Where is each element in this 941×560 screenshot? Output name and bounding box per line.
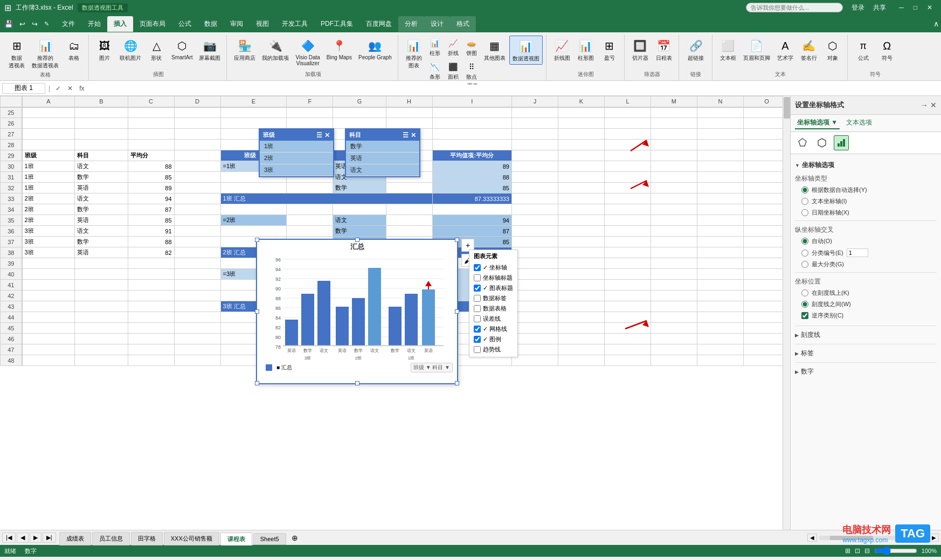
radio-cross-max[interactable] — [801, 261, 808, 268]
slicer-subject[interactable]: 科目 ☰ ✕ 数学 英语 语文 — [345, 128, 420, 177]
tab-baidu[interactable]: 百度网盘 — [359, 16, 398, 32]
sparkline-line-btn[interactable]: 📈 折线图 — [551, 36, 573, 64]
tab-format[interactable]: 格式 — [450, 16, 476, 32]
fill-icon-btn[interactable] — [795, 135, 810, 150]
formula-check-btn[interactable]: ✓ — [53, 85, 63, 92]
timeline-btn[interactable]: 📅 日程表 — [653, 36, 675, 64]
section-ticks-title[interactable]: 刻度线 — [795, 328, 937, 342]
cross-num-input[interactable] — [847, 248, 868, 257]
legend-checkbox[interactable] — [474, 336, 481, 343]
sheet-nav-prev[interactable]: ◀ — [17, 533, 29, 543]
col-header-b[interactable]: B — [75, 96, 128, 107]
equation-btn[interactable]: π 公式 — [852, 36, 875, 64]
slicer-subject-item-english[interactable]: 英语 — [346, 153, 419, 164]
panel-close-btn[interactable]: ✕ — [930, 101, 937, 109]
col-header-f[interactable]: F — [287, 96, 333, 107]
tab-pdf[interactable]: PDF工具集 — [314, 16, 359, 32]
pivot-table-btn[interactable]: ⊞ 数据透视表 — [5, 36, 28, 71]
smartart-btn[interactable]: ⬡ SmartArt — [169, 36, 195, 62]
h-scroll-right[interactable]: ▶ — [929, 534, 939, 542]
sheet-nav-next[interactable]: ▶ — [30, 533, 41, 543]
name-box[interactable] — [2, 83, 45, 94]
h-scroll-left[interactable]: ◀ — [807, 534, 817, 542]
view-normal-btn[interactable]: ⊞ — [845, 547, 850, 555]
resize-handle-top[interactable] — [355, 238, 359, 242]
resize-handle-bottom[interactable] — [355, 381, 359, 385]
recommended-pivot-btn[interactable]: 📊 推荐的数据透视表 — [29, 36, 61, 71]
slicer-class[interactable]: 班级 ☰ ✕ 1班 2班 3班 — [259, 128, 334, 177]
col-header-c[interactable]: C — [128, 96, 174, 107]
col-header-j[interactable]: J — [511, 96, 558, 107]
login-btn[interactable]: 登录 — [852, 3, 864, 12]
pie-chart-btn[interactable]: 🥧 饼图 — [463, 36, 480, 58]
tab-review[interactable]: 审阅 — [224, 16, 250, 32]
tab-sheet5[interactable]: Sheet5 — [253, 533, 286, 545]
resize-handle-tl[interactable] — [255, 238, 259, 242]
trendline-checkbox[interactable] — [474, 346, 481, 353]
col-header-m[interactable]: M — [651, 96, 697, 107]
line-chart-btn[interactable]: 📈 折线 — [445, 36, 462, 58]
checkbox-reverse[interactable] — [801, 312, 808, 319]
header-footer-btn[interactable]: 📄 页眉和页脚 — [741, 36, 773, 64]
shapes-btn[interactable]: △ 形状 — [145, 36, 168, 64]
column-chart-btn[interactable]: 📊 柱形 — [426, 36, 444, 58]
add-sheet-btn[interactable]: ⊕ — [287, 531, 302, 544]
resize-handle-bl[interactable] — [255, 381, 259, 385]
online-picture-btn[interactable]: 🌐 联机图片 — [117, 36, 144, 64]
tab-pagelayout[interactable]: 页面布局 — [133, 16, 172, 32]
h-scrollbar-thumb[interactable] — [830, 536, 873, 540]
formula-cancel-btn[interactable]: ✕ — [65, 85, 75, 92]
resize-handle-br[interactable] — [455, 381, 459, 385]
sparkline-column-btn[interactable]: 📊 柱形图 — [575, 36, 597, 64]
shape-icon-btn[interactable] — [814, 135, 829, 150]
tab-sales[interactable]: XXX公司销售额 — [164, 532, 219, 545]
wordart-btn[interactable]: A 艺术字 — [774, 36, 797, 64]
recommended-charts-btn[interactable]: 📊 推荐的图表 — [403, 36, 425, 71]
tab-home[interactable]: 开始 — [81, 16, 107, 32]
h-scrollbar-track[interactable] — [819, 536, 927, 540]
tab-insert[interactable]: 插入 — [107, 16, 133, 32]
col-header-n[interactable]: N — [697, 96, 743, 107]
col-header-e[interactable]: E — [220, 96, 287, 107]
tab-curriculum[interactable]: 课程表 — [220, 533, 252, 545]
tab-view[interactable]: 视图 — [250, 16, 275, 32]
vertical-scrollbar[interactable] — [783, 96, 790, 530]
tab-file[interactable]: 文件 — [56, 16, 81, 32]
tab-tian[interactable]: 田字格 — [131, 532, 163, 545]
bar-chart-btn[interactable]: 📉 条形 — [426, 59, 444, 82]
tab-formula[interactable]: 公式 — [172, 16, 198, 32]
col-header-d[interactable]: D — [174, 96, 220, 107]
view-page-layout-btn[interactable]: ⊡ — [855, 547, 860, 555]
scatter-chart-btn[interactable]: ⠿ 散点 — [463, 59, 480, 82]
sheet-nav-last[interactable]: ▶| — [43, 533, 56, 543]
slicer-btn[interactable]: 🔲 切片器 — [629, 36, 652, 64]
radio-cross-num[interactable] — [801, 250, 808, 257]
chart-field-list[interactable]: 图表元素 ✓ 坐标轴 坐标轴标题 ✓ 图表标题 数据标签 数据表格 误差线 ✓ … — [469, 250, 518, 357]
slicer-class-item-2[interactable]: 2班 — [260, 153, 333, 164]
radio-text-axis[interactable] — [801, 198, 808, 205]
section-axis-options-title[interactable]: 坐标轴选项 — [795, 158, 937, 172]
section-numbers-title[interactable]: 数字 — [795, 365, 937, 378]
radio-auto[interactable] — [801, 186, 808, 193]
slicer-filter-icon[interactable]: ☰ — [316, 132, 322, 139]
visio-btn[interactable]: 🔷 Visio DataVisualizer — [293, 36, 322, 68]
sheet-nav-first[interactable]: |◀ — [2, 533, 16, 543]
tab-developer[interactable]: 开发工具 — [275, 16, 314, 32]
axes-checkbox[interactable] — [474, 264, 481, 271]
customize-qat-btn[interactable]: ✎ — [42, 19, 51, 29]
col-header-l[interactable]: L — [604, 96, 651, 107]
slicer-subject-clear-icon[interactable]: ✕ — [411, 132, 416, 139]
data-labels-checkbox[interactable] — [474, 295, 481, 302]
panel-arrow-right-btn[interactable]: → — [921, 101, 928, 109]
col-header-k[interactable]: K — [558, 96, 604, 107]
my-addins-btn[interactable]: 🔌 我的加载项 — [259, 36, 292, 64]
slicer-subject-item-chinese[interactable]: 语文 — [346, 164, 419, 176]
slicer-class-item-1[interactable]: 1班 — [260, 141, 333, 153]
sparkline-winloss-btn[interactable]: ⊞ 盈亏 — [598, 36, 621, 64]
col-header-h[interactable]: H — [386, 96, 432, 107]
tab-employees[interactable]: 员工信息 — [92, 532, 130, 545]
chart-container[interactable]: 汇总 96 94 92 90 88 86 84 82 80 78 — [256, 239, 458, 384]
slicer-clear-icon[interactable]: ✕ — [324, 132, 330, 139]
people-graph-btn[interactable]: 👥 People Graph — [356, 36, 395, 62]
data-table-checkbox[interactable] — [474, 305, 481, 312]
